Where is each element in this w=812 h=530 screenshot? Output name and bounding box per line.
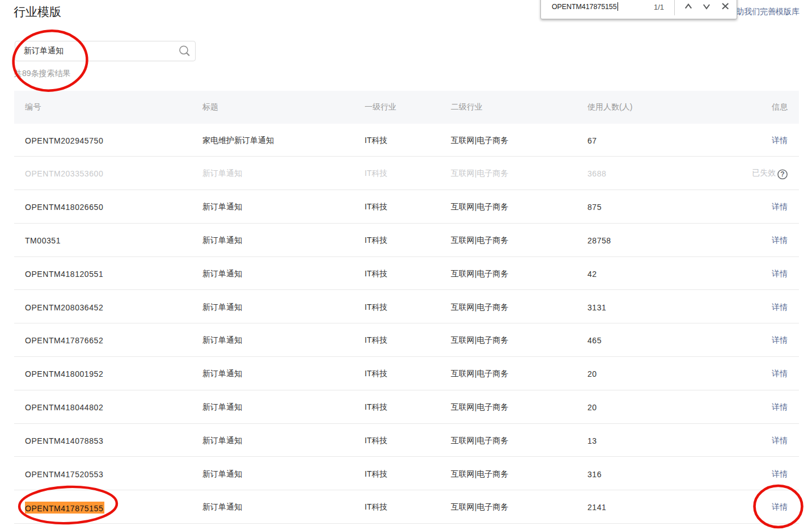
svg-text:?: ?: [780, 170, 784, 178]
